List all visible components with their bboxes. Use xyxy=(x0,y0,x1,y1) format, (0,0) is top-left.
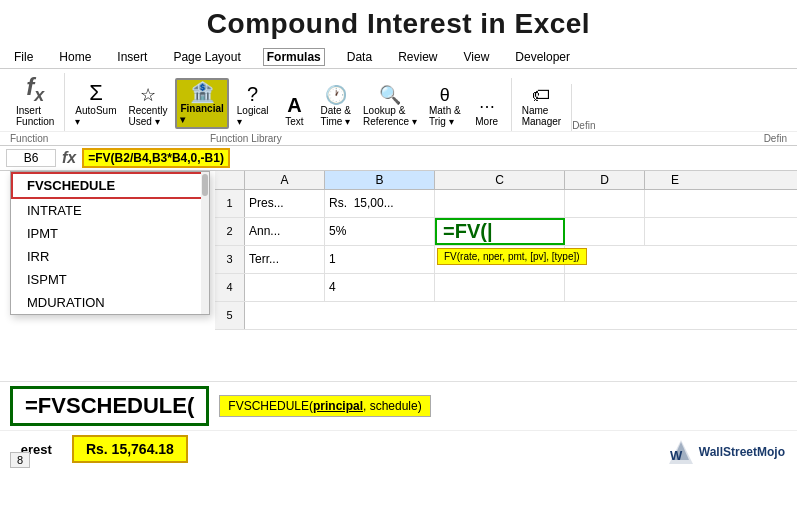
logical-icon: ? xyxy=(247,84,258,104)
row-num-header xyxy=(215,171,245,189)
date-time-button[interactable]: 🕐 Date &Time ▾ xyxy=(316,84,355,129)
more-functions-label: More xyxy=(475,116,498,127)
scrollbar-thumb[interactable] xyxy=(202,174,208,196)
cell-b4[interactable]: 4 xyxy=(325,274,435,301)
dropdown-item-mduration[interactable]: MDURATION xyxy=(11,291,209,314)
function-library-label: Function Library xyxy=(210,133,282,144)
date-time-label: Date &Time ▾ xyxy=(320,105,351,127)
cell-e1[interactable] xyxy=(645,190,705,217)
menu-page-layout[interactable]: Page Layout xyxy=(169,48,244,66)
row-5-content xyxy=(245,302,797,329)
logo-icon: W xyxy=(667,438,695,466)
page-title: Compound Interest in Excel xyxy=(0,0,797,46)
cell-d2[interactable] xyxy=(565,218,645,245)
sigma-icon: Σ xyxy=(89,82,103,104)
menu-file[interactable]: File xyxy=(10,48,37,66)
formula-bar: fx =FV(B2/B4,B3*B4,0,-B1) xyxy=(0,146,797,171)
text-button[interactable]: A Text xyxy=(276,93,312,129)
table-row: 5 xyxy=(215,302,797,330)
function-library-area: Function Function Library Defin xyxy=(0,131,797,145)
col-header-a: A xyxy=(245,171,325,189)
name-manager-group: 🏷 NameManager xyxy=(512,84,572,131)
cell-b1[interactable]: Rs. 15,00... xyxy=(325,190,435,217)
table-row: 2 Ann... 5% =FV(| FV(rate, nper, pmt, [p… xyxy=(215,218,797,246)
dropdown-item-ipmt[interactable]: IPMT xyxy=(11,222,209,245)
more-functions-icon: ⋯ xyxy=(479,99,495,115)
lookup-reference-button[interactable]: 🔍 Lookup &Reference ▾ xyxy=(359,84,421,129)
text-label: Text xyxy=(285,116,303,127)
fx-icon: fx xyxy=(26,75,44,104)
col-header-b: B xyxy=(325,171,435,189)
menu-review[interactable]: Review xyxy=(394,48,441,66)
column-headers: A B C D E xyxy=(215,171,797,190)
autosum-button[interactable]: Σ AutoSum▾ xyxy=(71,80,120,129)
cell-c4[interactable] xyxy=(435,274,565,301)
function-label: Function xyxy=(10,133,90,144)
financial-label: Financial▾ xyxy=(180,103,223,125)
fvschedule-tooltip-text: FVSCHEDULE(principal, schedule) xyxy=(228,399,421,413)
menu-home[interactable]: Home xyxy=(55,48,95,66)
recently-used-label: RecentlyUsed ▾ xyxy=(129,105,168,127)
menu-formulas[interactable]: Formulas xyxy=(263,48,325,66)
menu-insert[interactable]: Insert xyxy=(113,48,151,66)
more-functions-button[interactable]: ⋯ More xyxy=(469,97,505,129)
menu-view[interactable]: View xyxy=(460,48,494,66)
name-manager-icon: 🏷 xyxy=(532,86,550,104)
cell-fv[interactable]: =FV(| FV(rate, nper, pmt, [pv], [type]) xyxy=(435,218,565,245)
financial-dropdown: FVSCHEDULE INTRATE IPMT IRR ISPMT MDURAT… xyxy=(10,171,210,315)
name-manager-button[interactable]: 🏷 NameManager xyxy=(518,84,565,129)
dropdown-item-intrate[interactable]: INTRATE xyxy=(11,199,209,222)
text-icon: A xyxy=(287,95,301,115)
formula-display: =FV(B2/B4,B3*B4,0,-B1) xyxy=(82,148,230,168)
row-num-5: 5 xyxy=(215,302,245,329)
math-trig-label: Math &Trig ▾ xyxy=(429,105,461,127)
ribbon-menu: File Home Insert Page Layout Formulas Da… xyxy=(0,46,797,69)
autosum-group: Σ AutoSum▾ ☆ RecentlyUsed ▾ 🏦 Financial▾… xyxy=(65,78,511,131)
financial-button[interactable]: 🏦 Financial▾ xyxy=(175,78,228,129)
svg-text:W: W xyxy=(670,448,683,463)
cell-a4[interactable] xyxy=(245,274,325,301)
cell-b2[interactable]: 5% xyxy=(325,218,435,245)
cell-a3[interactable]: Terr... xyxy=(245,246,325,273)
col-header-e: E xyxy=(645,171,705,189)
dropdown-item-fvschedule[interactable]: FVSCHEDULE xyxy=(11,172,209,199)
dropdown-item-irr[interactable]: IRR xyxy=(11,245,209,268)
logo-text: WallStreetMojo xyxy=(699,445,785,459)
lookup-reference-label: Lookup &Reference ▾ xyxy=(363,105,417,127)
table-row: 1 Pres... Rs. 15,00... xyxy=(215,190,797,218)
dropdown-item-ispmt[interactable]: ISPMT xyxy=(11,268,209,291)
table-row: 4 4 xyxy=(215,274,797,302)
bottom-formula-section: =FVSCHEDULE( FVSCHEDULE(principal, sched… xyxy=(0,381,797,430)
cell-a2[interactable]: Ann... xyxy=(245,218,325,245)
cell-d1[interactable] xyxy=(565,190,645,217)
col-header-d: D xyxy=(565,171,645,189)
fv-tooltip: FV(rate, nper, pmt, [pv], [type]) xyxy=(437,248,587,265)
cell-c1[interactable] xyxy=(435,190,565,217)
cell-d4[interactable] xyxy=(565,274,645,301)
main-area: FVSCHEDULE INTRATE IPMT IRR ISPMT MDURAT… xyxy=(0,171,797,381)
lookup-icon: 🔍 xyxy=(379,86,401,104)
insert-function-button[interactable]: fx InsertFunction xyxy=(12,73,58,129)
menu-data[interactable]: Data xyxy=(343,48,376,66)
logical-button[interactable]: ? Logical▾ xyxy=(233,82,273,129)
row-num-4: 4 xyxy=(215,274,245,301)
insert-function-label: InsertFunction xyxy=(16,105,54,127)
fx-symbol: fx xyxy=(62,149,76,167)
dropdown-scrollbar[interactable] xyxy=(201,172,209,314)
recently-used-button[interactable]: ☆ RecentlyUsed ▾ xyxy=(125,84,172,129)
fvschedule-tooltip: FVSCHEDULE(principal, schedule) xyxy=(219,395,430,417)
fvschedule-formula-cell[interactable]: =FVSCHEDULE( xyxy=(10,386,209,426)
row-num-8: 8 xyxy=(10,452,30,468)
math-trig-button[interactable]: θ Math &Trig ▾ xyxy=(425,84,465,129)
ribbon: File Home Insert Page Layout Formulas Da… xyxy=(0,46,797,146)
fv-tooltip-text: FV(rate, nper, pmt, [pv], [type]) xyxy=(444,251,580,262)
cell-a1[interactable]: Pres... xyxy=(245,190,325,217)
logical-label: Logical▾ xyxy=(237,105,269,127)
cell-b3[interactable]: 1 xyxy=(325,246,435,273)
cell-reference-box[interactable] xyxy=(6,149,56,167)
logo: W WallStreetMojo xyxy=(667,438,785,466)
autosum-label: AutoSum▾ xyxy=(75,105,116,127)
theta-icon: θ xyxy=(440,86,450,104)
menu-developer[interactable]: Developer xyxy=(511,48,574,66)
row-num-3: 3 xyxy=(215,246,245,273)
